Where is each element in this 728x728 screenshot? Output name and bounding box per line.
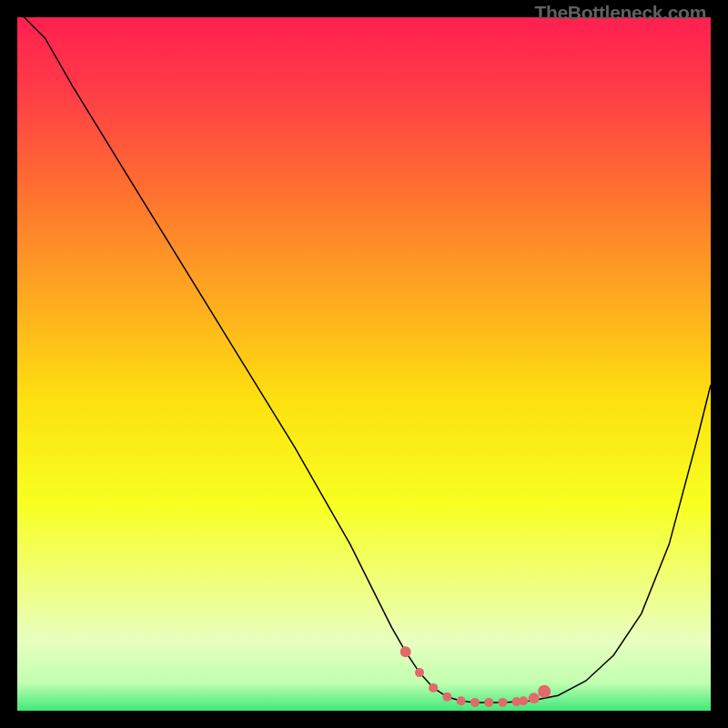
marker-dot [538,685,551,698]
marker-dot [484,698,493,707]
marker-dot [415,668,424,677]
marker-dot [519,696,528,705]
watermark-text: TheBottleneck.com [534,2,706,24]
marker-dot [429,683,438,693]
marker-dot [457,696,466,705]
marker-dot [529,693,540,703]
bottleneck-curve [17,17,711,711]
plot-area [17,17,711,711]
marker-dot [442,693,451,702]
marker-dot [498,698,507,707]
chart-container: TheBottleneck.com [0,0,728,728]
marker-dot [400,646,411,657]
marker-dot [470,698,480,707]
